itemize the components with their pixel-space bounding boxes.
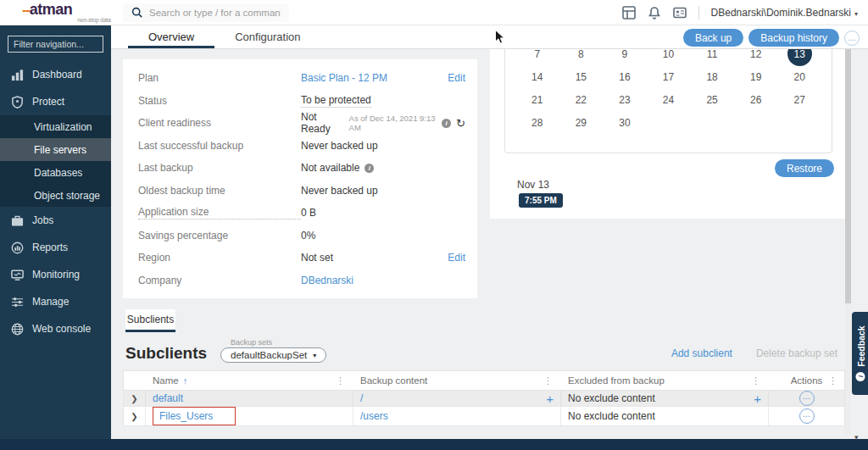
backup-history-button[interactable]: Backup history <box>748 29 839 47</box>
calendar-day[interactable]: 8 <box>559 49 604 65</box>
calendar-day-number: 11 <box>707 49 717 60</box>
logo-tagline: non-stop data <box>22 18 111 24</box>
search-input[interactable] <box>149 8 281 18</box>
expand-chevron-icon[interactable]: ❯ <box>131 394 137 403</box>
calendar-day[interactable]: 18 <box>690 65 734 88</box>
sidebar-item-reports[interactable]: Reports <box>0 234 111 261</box>
grid-view-icon[interactable] <box>622 6 636 19</box>
detail-value-link[interactable]: Basic Plan - 12 PM <box>301 72 387 84</box>
backup-content-link[interactable]: / <box>360 392 363 404</box>
detail-value-text: Not set <box>301 252 333 264</box>
reports-icon <box>11 242 24 254</box>
edit-link-region[interactable]: Edit <box>448 252 465 264</box>
user-menu[interactable]: DBednarski\Dominik.Bednarski▾ <box>711 7 858 19</box>
sidebar-item-object-storage[interactable]: Object storage <box>0 184 111 207</box>
sidebar-item-manage[interactable]: Manage <box>0 288 111 315</box>
calendar-day[interactable]: 12 <box>734 49 778 65</box>
calendar-day[interactable]: 27 <box>777 88 821 111</box>
row-actions-more-icon[interactable]: ⋯ <box>799 408 815 424</box>
calendar-day[interactable]: 24 <box>647 88 691 111</box>
table-row-default: ❯default/+No exclude content+⋯ <box>124 391 844 407</box>
add-content-plus-icon[interactable]: + <box>546 392 554 405</box>
backup-sets-label: Backup sets <box>231 338 272 347</box>
calendar-day[interactable]: 17 <box>647 65 691 88</box>
refresh-icon[interactable]: ↻ <box>456 118 465 129</box>
notifications-bell-icon[interactable] <box>648 6 661 19</box>
calendar-day[interactable]: 10 <box>647 49 691 65</box>
sidebar-item-monitoring[interactable]: Monitoring <box>0 261 111 288</box>
sidebar-item-protect[interactable]: Protect <box>0 88 111 115</box>
calendar-day[interactable]: 28 <box>515 111 559 134</box>
column-header-name[interactable]: Name <box>153 375 179 386</box>
detail-label: Region <box>138 252 301 264</box>
calendar-day[interactable]: 14 <box>515 65 559 88</box>
calendar-day[interactable]: 30 <box>603 111 647 134</box>
feedback-tab[interactable]: i Feedback <box>852 312 868 395</box>
row-actions-more-icon[interactable]: ⋯ <box>799 391 815 406</box>
calendar-day[interactable]: 20 <box>777 65 821 88</box>
sidebar-item-label: Dashboard <box>32 69 82 81</box>
tab-overview[interactable]: Overview <box>128 25 214 48</box>
add-exclusion-plus-icon[interactable]: + <box>754 392 761 405</box>
subclient-name-link[interactable]: Files_Users <box>159 410 213 422</box>
global-search[interactable] <box>123 3 289 22</box>
backup-set-dropdown[interactable]: defaultBackupSet ▾ <box>220 347 326 363</box>
recovery-time-chip[interactable]: 7:55 PM <box>519 193 563 208</box>
calendar-day[interactable]: 29 <box>559 111 604 134</box>
vertical-scrollbar[interactable] <box>845 49 851 435</box>
column-header-excluded[interactable]: Excluded from backup <box>568 375 665 386</box>
detail-value: Not set <box>301 252 448 264</box>
calendar-day[interactable]: 16 <box>603 65 647 88</box>
detail-label: Oldest backup time <box>138 185 301 197</box>
calendar-day[interactable]: 19 <box>734 65 778 88</box>
sidebar-item-web-console[interactable]: Web console <box>0 315 111 342</box>
scrollbar-down-arrow-icon[interactable]: ▾ <box>854 433 859 442</box>
calendar-day-selected[interactable]: 13 <box>777 49 821 65</box>
back-up-button[interactable]: Back up <box>683 29 743 47</box>
column-menu-icon[interactable]: ⋮ <box>826 375 839 386</box>
sidebar-item-virtualization[interactable]: Virtualization <box>0 115 111 138</box>
calendar-day[interactable]: 23 <box>603 88 647 111</box>
sidebar-item-label: Databases <box>34 167 82 179</box>
column-header-actions: Actions <box>791 375 823 386</box>
sidebar-item-label: Protect <box>32 96 64 108</box>
row-expander-cell: ❯ <box>124 407 146 425</box>
column-menu-icon[interactable]: ⋮ <box>334 375 347 386</box>
column-header-backup-content[interactable]: Backup content <box>360 375 427 386</box>
calendar-day[interactable]: 11 <box>690 49 734 65</box>
sidebar-item-file-servers[interactable]: File servers <box>0 138 111 161</box>
column-menu-icon[interactable]: ⋮ <box>749 375 762 386</box>
sidebar-item-databases[interactable]: Databases <box>0 161 111 184</box>
scrollbar-thumb[interactable] <box>845 49 851 303</box>
info-icon[interactable]: i <box>364 164 374 173</box>
feedback-info-icon: i <box>855 372 865 381</box>
filter-navigation-input[interactable] <box>8 36 103 53</box>
calendar-day[interactable]: 9 <box>603 49 647 65</box>
tab-subclients[interactable]: Subclients <box>125 309 175 332</box>
sidebar-item-jobs[interactable]: Jobs <box>0 207 111 234</box>
subclients-heading: Subclients <box>125 344 207 363</box>
calendar-day[interactable]: 26 <box>734 88 778 111</box>
info-icon[interactable]: i <box>442 119 451 128</box>
sidebar-item-dashboard[interactable]: Dashboard <box>0 61 111 88</box>
calendar-day[interactable]: 21 <box>515 88 559 111</box>
backup-content-link[interactable]: /users <box>360 410 388 422</box>
briefcase-icon <box>11 214 24 227</box>
calendar-day[interactable]: 25 <box>690 88 734 111</box>
calendar-day-number: 18 <box>706 71 717 83</box>
column-menu-icon[interactable]: ⋮ <box>542 375 554 386</box>
edit-link-plan[interactable]: Edit <box>448 72 465 84</box>
subclient-name-link[interactable]: default <box>153 392 183 404</box>
calendar-day[interactable]: 15 <box>559 65 604 88</box>
row-expander-cell: ❯ <box>124 391 146 406</box>
restore-button[interactable]: Restore <box>775 159 834 177</box>
calendar-day[interactable]: 22 <box>559 88 604 111</box>
expand-chevron-icon[interactable]: ❯ <box>131 412 137 421</box>
calendar-week-row: 282930 <box>505 111 832 134</box>
user-card-icon[interactable] <box>673 6 687 19</box>
tab-configuration[interactable]: Configuration <box>214 25 320 48</box>
add-subclient-link[interactable]: Add subclient <box>671 347 732 359</box>
more-actions-icon[interactable]: … <box>844 31 860 46</box>
detail-value-link[interactable]: DBednarski <box>301 275 353 286</box>
calendar-day[interactable]: 7 <box>515 49 559 65</box>
